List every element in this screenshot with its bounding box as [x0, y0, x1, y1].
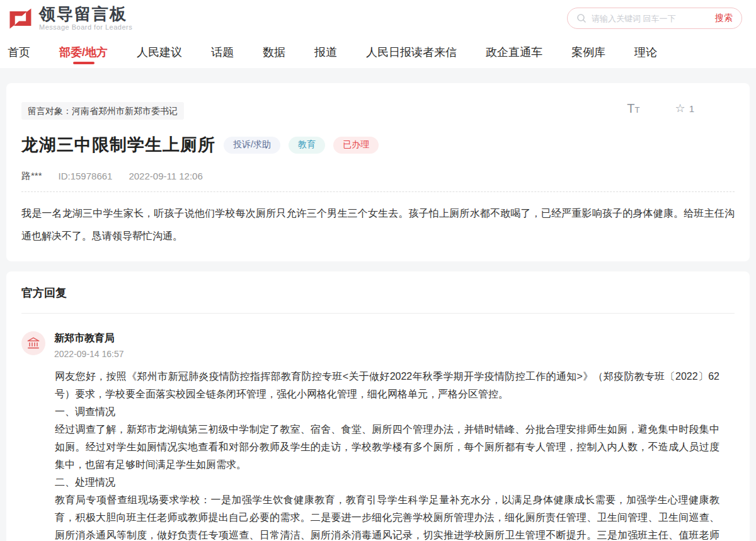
reply-body: 网友您好，按照《郑州市新冠肺炎疫情防控指挥部教育防控专班<关于做好2022年秋季…	[55, 368, 719, 541]
agency-info: 新郑市教育局 2022-09-14 16:57	[54, 331, 124, 359]
reply-divider	[21, 313, 735, 314]
nav-item-gov-enterprise[interactable]: 政企直通车	[486, 37, 542, 68]
reply-date: 2022-09-14 16:57	[54, 349, 124, 359]
message-target-chip: 留言对象：河南省郑州市新郑市委书记	[21, 102, 184, 120]
message-author-row: 路*** ID:15978661 2022-09-11 12:06	[21, 170, 735, 182]
nav-item-people-suggestions[interactable]: 人民建议	[137, 37, 182, 68]
font-size-icon[interactable]: TT	[627, 102, 639, 115]
dashed-divider	[21, 191, 735, 192]
message-tools: TT ☆ 1	[627, 102, 694, 115]
site-logo[interactable]: 领导留言板 Message Board for Leaders	[6, 4, 132, 32]
reply-section-title: 官方回复	[21, 285, 735, 300]
site-subtitle: Message Board for Leaders	[39, 23, 132, 31]
reply-header: 新郑市教育局 2022-09-14 16:57	[21, 331, 735, 359]
search-icon	[576, 13, 587, 23]
agency-avatar	[21, 331, 45, 355]
tag-status: 已办理	[333, 137, 379, 154]
logo-icon	[6, 4, 34, 32]
main-nav: 首页 部委/地方 人民建议 话题 数据 报道 人民日报读者来信 政企直通车 案例…	[0, 37, 756, 68]
site-title: 领导留言板	[39, 6, 132, 23]
reply-paragraph: 二、处理情况	[55, 474, 719, 491]
message-id: ID:15978661	[59, 171, 113, 181]
official-reply-card: 官方回复 新郑市教育局 2022-09-14 16:57 网友您好，按照《郑州市…	[6, 271, 750, 541]
reply-paragraph: 经过调查了解，新郑市龙湖镇第三初级中学制定了教室、宿舍、食堂、厕所四个管理办法，…	[55, 421, 719, 474]
favorite-button[interactable]: ☆ 1	[675, 103, 694, 114]
favorite-count: 1	[689, 103, 694, 114]
tag-domain: 教育	[289, 137, 325, 154]
site-header: 领导留言板 Message Board for Leaders 搜索	[0, 0, 756, 37]
search-box: 搜索	[567, 8, 742, 29]
message-title: 龙湖三中限制学生上厕所	[21, 134, 215, 156]
logo-text: 领导留言板 Message Board for Leaders	[39, 6, 132, 30]
nav-item-data[interactable]: 数据	[263, 37, 285, 68]
message-author: 路***	[21, 170, 42, 182]
search-input[interactable]	[592, 14, 709, 23]
search-button[interactable]: 搜索	[709, 13, 733, 24]
nav-item-home[interactable]: 首页	[8, 37, 30, 68]
nav-item-theory[interactable]: 理论	[634, 37, 657, 68]
nav-item-topics[interactable]: 话题	[211, 37, 234, 68]
message-content: 我是一名龙湖三中学生家长，听孩子说他们学校每次厕所只允许三个男生三个女生去。孩子…	[21, 202, 735, 248]
page-main: 留言对象：河南省郑州市新郑市委书记 TT ☆ 1 龙湖三中限制学生上厕所 投诉/…	[0, 83, 756, 541]
nav-item-reports[interactable]: 报道	[314, 37, 337, 68]
government-building-icon	[26, 336, 40, 350]
message-top-row: 留言对象：河南省郑州市新郑市委书记 TT ☆ 1	[21, 102, 735, 120]
reply-paragraph: 一、调查情况	[55, 403, 719, 421]
message-card: 留言对象：河南省郑州市新郑市委书记 TT ☆ 1 龙湖三中限制学生上厕所 投诉/…	[6, 83, 750, 261]
tag-category: 投诉/求助	[224, 137, 280, 154]
reply-paragraph: 教育局专项督查组现场要求学校：一是加强学生饮食健康教育，教育引导学生科学足量补充…	[55, 491, 719, 541]
nav-item-reader-letters[interactable]: 人民日报读者来信	[366, 37, 457, 68]
message-date: 2022-09-11 12:06	[129, 171, 202, 181]
nav-item-ministries-local[interactable]: 部委/地方	[59, 37, 108, 68]
nav-item-case-library[interactable]: 案例库	[571, 37, 605, 68]
message-title-row: 龙湖三中限制学生上厕所 投诉/求助 教育 已办理	[21, 134, 735, 156]
agency-name: 新郑市教育局	[54, 331, 124, 345]
star-icon: ☆	[675, 103, 685, 114]
reply-paragraph: 网友您好，按照《郑州市新冠肺炎疫情防控指挥部教育防控专班<关于做好2022年秋季…	[55, 368, 719, 403]
